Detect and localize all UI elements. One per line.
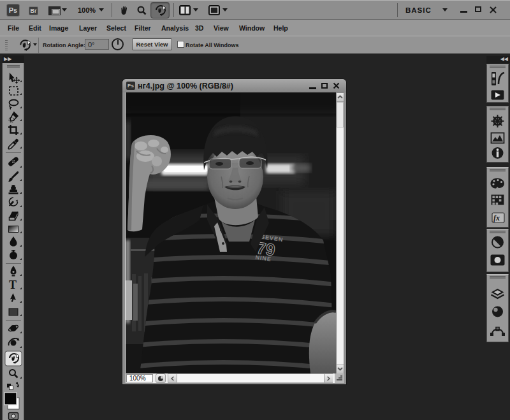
- svg-text:fx: fx: [493, 214, 500, 222]
- svg-text:T: T: [9, 279, 17, 291]
